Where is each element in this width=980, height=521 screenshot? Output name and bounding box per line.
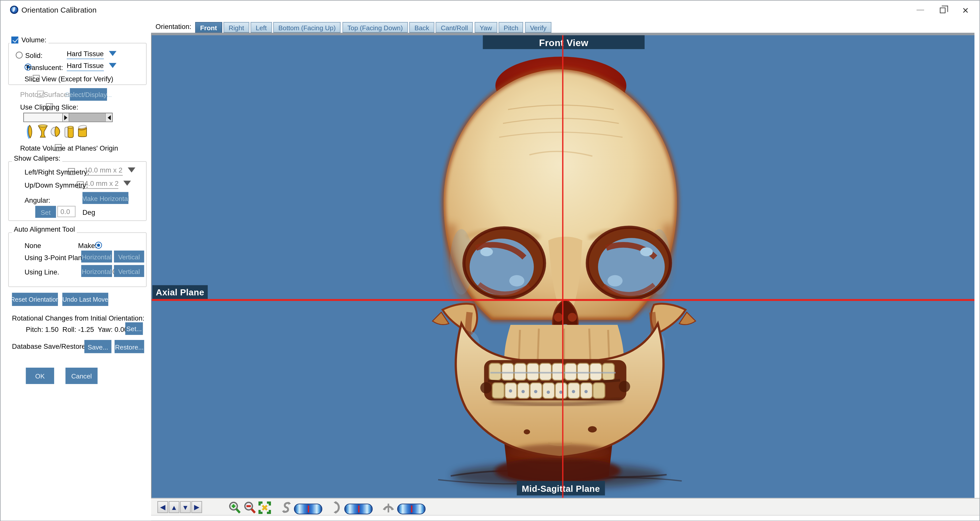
left-orbit — [464, 228, 545, 298]
solid-label: Solid: — [25, 52, 43, 59]
pitch-slider[interactable] — [397, 503, 426, 514]
make-label: Make: — [78, 242, 97, 249]
nav-right-button[interactable]: ▶ — [191, 501, 202, 513]
triangle-up-icon: ▲ — [171, 503, 178, 511]
clip-slice-icon[interactable] — [24, 124, 35, 139]
orientation-label: Orientation: — [156, 23, 191, 30]
clip-slider-track-left[interactable] — [24, 113, 62, 122]
close-icon: ✕ — [962, 6, 969, 14]
orientation-calibration-window: Orientation Calibration ✕ Volume: Solid:… — [0, 0, 980, 521]
tab-pitch[interactable]: Pitch — [499, 22, 523, 33]
rotational-values: Pitch: 1.50 Roll: -1.25 Yaw: 0.00 — [26, 326, 128, 333]
volume-checkbox[interactable] — [11, 36, 18, 43]
restore-icon — [940, 7, 946, 13]
yaw-rotate-icon[interactable] — [332, 501, 341, 516]
tab-yaw[interactable]: Yaw — [475, 22, 497, 33]
left-right-symmetry-dropdown[interactable]: 10.0 mm x 2 — [84, 166, 135, 176]
tab-front[interactable]: Front — [195, 22, 222, 33]
clip-cylinder-icon[interactable] — [77, 124, 88, 139]
auto-alignment-header: Auto Alignment Tool — [12, 225, 77, 233]
mid-sagittal-plane-label: Mid-Sagittal Plane — [517, 481, 605, 496]
fit-view-icon[interactable] — [258, 501, 271, 517]
control-panel: Volume: Solid: Hard Tissue Translucent: … — [1, 20, 151, 521]
close-button[interactable]: ✕ — [954, 1, 977, 20]
undo-last-move-button[interactable]: Undo Last Move — [62, 293, 108, 306]
select-display-button[interactable]: Select/Display... — [70, 88, 107, 101]
roll-slider[interactable] — [294, 503, 323, 514]
reset-orientation-button[interactable]: Reset Orientation — [12, 293, 58, 306]
solid-tissue-value: Hard Tissue — [67, 50, 104, 59]
tab-right[interactable]: Right — [224, 22, 249, 33]
clip-slider-right-arrow-button[interactable] — [62, 113, 70, 122]
clip-slider-track-right[interactable] — [69, 113, 105, 122]
window-title: Orientation Calibration — [21, 1, 97, 20]
make-horizontal-button[interactable]: Make Horizontal — [83, 192, 129, 204]
arrow-right-icon — [64, 115, 67, 120]
plane-horizontal-button[interactable]: Horizontal — [81, 250, 112, 263]
clipping-slice-slider[interactable] — [24, 113, 113, 123]
yaw-label: Yaw: — [98, 326, 113, 333]
restore-button[interactable] — [931, 1, 954, 20]
database-save-restore-label: Database Save/Restore: — [12, 343, 88, 350]
tab-cant-roll[interactable]: Cant/Roll — [436, 22, 473, 33]
clip-half-cylinder-icon[interactable] — [64, 124, 75, 139]
nav-left-button[interactable]: ◀ — [158, 501, 168, 513]
clip-slider-left-arrow-button[interactable] — [105, 113, 112, 122]
solid-tissue-dropdown[interactable]: Hard Tissue — [67, 50, 116, 59]
mid-sagittal-plane-line[interactable] — [562, 35, 564, 498]
orientation-tab-bar: Orientation: Front Right Left Bottom (Fa… — [151, 20, 979, 33]
arrow-left-icon — [107, 115, 111, 120]
line-label: Using Line. — [25, 268, 59, 276]
plane-vertical-button[interactable]: Vertical — [114, 250, 144, 263]
minimize-button[interactable] — [909, 1, 931, 20]
cancel-button[interactable]: Cancel — [65, 368, 98, 384]
restore-button[interactable]: Restore... — [115, 340, 144, 353]
clip-funnel-icon[interactable] — [37, 124, 49, 139]
up-down-symmetry-value: 4.0 mm x 2 — [84, 180, 119, 189]
none-label: None — [25, 242, 41, 249]
tab-top-facing-down[interactable]: Top (Facing Down) — [342, 22, 408, 33]
chevron-down-icon — [127, 167, 135, 172]
nav-up-button[interactable]: ▲ — [169, 501, 180, 513]
right-orbit — [587, 227, 671, 299]
render-viewport[interactable]: Front View Axial Plane Mid-Sagittal Plan… — [151, 33, 974, 498]
upper-teeth — [489, 363, 615, 381]
yaw-slider[interactable] — [344, 503, 373, 514]
pitch-value: 1.50 — [45, 326, 59, 333]
line-horizontal-button[interactable]: Horizontal — [81, 265, 112, 277]
three-point-plane-label: Using 3-Point Plane — [25, 254, 86, 261]
solid-radio[interactable] — [16, 52, 23, 59]
translucent-tissue-dropdown[interactable]: Hard Tissue — [67, 62, 116, 71]
left-right-symmetry-value: 10.0 mm x 2 — [84, 166, 123, 176]
app-icon — [10, 6, 18, 14]
zoom-in-icon[interactable] — [228, 501, 242, 517]
minimize-icon — [916, 10, 924, 11]
save-button[interactable]: Save... — [84, 340, 111, 353]
calipers-title: Show Calipers: — [14, 155, 60, 162]
angle-input[interactable]: 0.0 — [57, 206, 76, 217]
zoom-out-icon[interactable] — [243, 501, 257, 517]
up-down-symmetry-dropdown[interactable]: 4.0 mm x 2 — [84, 180, 131, 189]
translucent-label: Translucent: — [25, 64, 63, 71]
title-bar: Orientation Calibration ✕ — [1, 1, 980, 20]
set-rotation-button[interactable]: Set... — [126, 322, 143, 335]
pitch-rotate-icon[interactable] — [383, 501, 394, 516]
ok-button[interactable]: OK — [26, 368, 54, 384]
roll-rotate-icon[interactable] — [282, 501, 291, 516]
tab-bottom-facing-up[interactable]: Bottom (Facing Up) — [274, 22, 341, 33]
tab-back[interactable]: Back — [409, 22, 434, 33]
pitch-label: Pitch: — [26, 326, 43, 333]
calipers-header: Show Calipers: — [12, 155, 62, 162]
triangle-left-icon: ◀ — [160, 503, 165, 511]
clip-preset-icons — [24, 124, 88, 139]
auto-alignment-title: Auto Alignment Tool — [14, 225, 75, 233]
tab-left[interactable]: Left — [251, 22, 272, 33]
rotate-volume-label: Rotate Volume at Planes' Origin — [20, 144, 118, 152]
tab-verify[interactable]: Verify — [525, 22, 552, 33]
clip-half-sphere-icon[interactable] — [50, 124, 62, 139]
use-clipping-slice-label: Use Clipping Slice: — [20, 103, 78, 111]
set-angle-button[interactable]: Set — [35, 206, 56, 218]
roll-label: Roll: — [62, 326, 76, 333]
line-vertical-button[interactable]: Vertical — [114, 265, 144, 277]
nav-down-button[interactable]: ▼ — [180, 501, 191, 513]
